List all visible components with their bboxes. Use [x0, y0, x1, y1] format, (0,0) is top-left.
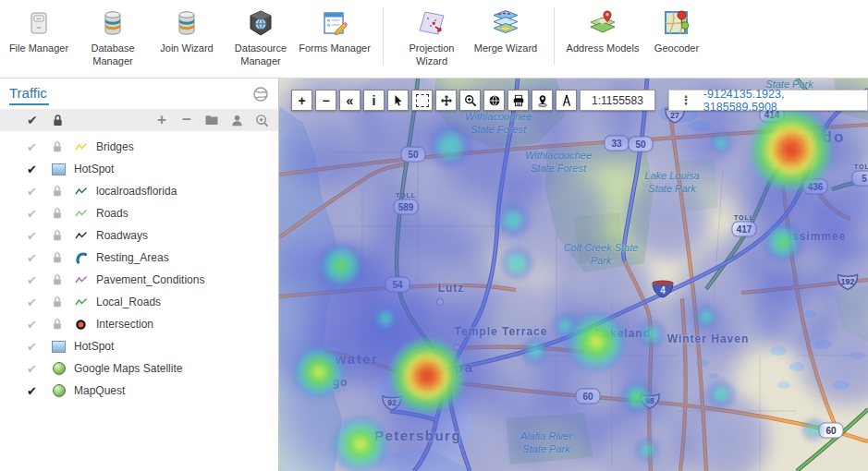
layer-label[interactable]: HotSpot	[74, 340, 114, 353]
tool-forms-manager[interactable]: Forms Manager	[298, 0, 372, 55]
line-symbol-icon	[75, 296, 88, 308]
layer-label[interactable]: Pavement_Conditions	[96, 273, 204, 286]
map-viewport[interactable]: Withlacoochee State ForestWithlacoochee …	[279, 78, 868, 471]
layer-visibility-checkbox[interactable]: ✔	[27, 229, 42, 243]
panel-globe-icon[interactable]	[252, 86, 269, 103]
layer-visibility-checkbox[interactable]: ✔	[27, 140, 42, 154]
lock-all-icon[interactable]	[52, 114, 64, 127]
layer-row-intersection[interactable]: ✔Intersection	[0, 313, 278, 335]
layer-visibility-checkbox[interactable]: ✔	[27, 384, 42, 398]
main-toolbar: File ManagerDatabase ManagerJoin WizardD…	[0, 0, 868, 78]
layer-actions: + −	[154, 113, 278, 127]
tool-datasource-manager[interactable]: Datasource Manager	[224, 0, 298, 68]
zoom-in-button[interactable]: +	[291, 90, 312, 111]
layer-visibility-checkbox[interactable]: ✔	[27, 273, 42, 287]
map-coordinates: -9124135.1923, 3185589.5908	[703, 88, 856, 114]
layer-visibility-checkbox[interactable]: ✔	[27, 207, 42, 221]
address-models-icon	[566, 6, 640, 41]
map-tool-buttons: +−«i	[291, 90, 580, 111]
layer-lock-icon[interactable]	[52, 251, 64, 264]
map-base	[279, 78, 868, 471]
layer-lock-icon[interactable]	[52, 318, 64, 331]
layer-lock-icon[interactable]	[52, 207, 64, 220]
layer-label[interactable]: MapQuest	[74, 384, 125, 397]
layer-row-pavement-conditions[interactable]: ✔Pavement_Conditions	[0, 269, 278, 291]
remove-layer-button[interactable]: −	[179, 113, 194, 127]
layer-label[interactable]: Intersection	[96, 318, 153, 331]
layer-label[interactable]: HotSpot	[74, 163, 114, 175]
layer-row-hotspot[interactable]: ✔HotSpot	[0, 158, 278, 180]
marquee-select-button[interactable]	[411, 90, 433, 111]
basemap-globe-icon	[53, 362, 66, 375]
user-icon[interactable]	[229, 113, 244, 127]
layers-panel: Traffic ✔ + −	[0, 78, 279, 471]
panel-title-row: Traffic	[0, 78, 278, 109]
overview-globe-button[interactable]	[483, 90, 505, 111]
more-options-icon[interactable]: ⋮	[680, 93, 692, 107]
tool-address-models[interactable]: Address Models	[566, 0, 640, 55]
layer-row-local-roads[interactable]: ✔Local_Roads	[0, 291, 278, 313]
collapse-toolbar-button[interactable]: «	[339, 90, 361, 111]
tool-label: Geocoder	[640, 42, 714, 55]
measure-button[interactable]	[556, 90, 577, 111]
print-button[interactable]	[507, 90, 529, 111]
map-toolbar: +−«i 1:1155583 ⋮ -9124135.1923, 3185589.…	[291, 90, 868, 111]
zoom-out-button[interactable]: −	[315, 90, 336, 111]
layer-visibility-checkbox[interactable]: ✔	[27, 296, 42, 309]
layer-row-hotspot[interactable]: ✔HotSpot	[0, 335, 278, 357]
layer-label[interactable]: localroadsflorida	[96, 185, 177, 198]
layer-lock-icon[interactable]	[52, 140, 64, 153]
layer-visibility-checkbox[interactable]: ✔	[27, 362, 42, 376]
layer-visibility-checkbox[interactable]: ✔	[27, 185, 42, 199]
raster-layer-icon	[52, 163, 66, 175]
add-layer-button[interactable]: +	[154, 113, 169, 127]
layer-row-roads[interactable]: ✔Roads	[0, 202, 278, 224]
map-tab-traffic[interactable]: Traffic	[9, 83, 49, 105]
layer-label[interactable]: Roadways	[96, 229, 148, 242]
arc-symbol-icon	[75, 251, 88, 264]
layer-label[interactable]: Google Maps Satellite	[74, 362, 182, 375]
layer-row-localroadsflorida[interactable]: ✔localroadsflorida	[0, 180, 278, 202]
tool-geocoder[interactable]: Geocoder	[640, 0, 714, 55]
layer-visibility-checkbox[interactable]: ✔	[27, 318, 42, 332]
layer-visibility-checkbox[interactable]: ✔	[27, 251, 42, 265]
tool-label: Address Models	[566, 42, 640, 55]
zoom-box-button[interactable]	[459, 90, 481, 111]
raster-layer-icon	[52, 341, 66, 353]
layer-label[interactable]: Bridges	[96, 140, 134, 153]
tool-join-wizard[interactable]: Join Wizard	[150, 0, 224, 55]
layer-row-mapquest[interactable]: ✔MapQuest	[0, 380, 278, 402]
layer-visibility-checkbox[interactable]: ✔	[27, 163, 42, 176]
main-area: Traffic ✔ + −	[0, 78, 868, 471]
pan-tool-button[interactable]	[435, 90, 457, 111]
layer-row-resting-areas[interactable]: ✔Resting_Areas	[0, 247, 278, 269]
layer-label[interactable]: Resting_Areas	[96, 251, 169, 264]
tool-label: Database Manager	[76, 42, 150, 68]
layer-lock-icon[interactable]	[52, 296, 64, 308]
tool-projection-wizard[interactable]: Projection Wizard	[395, 0, 469, 68]
zoom-extent-icon[interactable]	[254, 113, 269, 127]
point-symbol-icon	[75, 319, 87, 331]
tool-label: Datasource Manager	[224, 42, 298, 68]
geocoder-icon	[640, 6, 714, 41]
info-tool-button[interactable]: i	[363, 90, 385, 111]
tool-database-manager[interactable]: Database Manager	[76, 0, 150, 68]
layer-list: ✔Bridges✔HotSpot✔localroadsflorida✔Roads…	[0, 131, 278, 402]
select-tool-button[interactable]	[387, 90, 409, 111]
layer-row-google-maps-satellite[interactable]: ✔Google Maps Satellite	[0, 357, 278, 380]
visibility-all-icon[interactable]: ✔	[27, 113, 38, 127]
layer-row-bridges[interactable]: ✔Bridges	[0, 136, 278, 158]
layer-lock-icon[interactable]	[52, 185, 64, 198]
layer-visibility-checkbox[interactable]: ✔	[27, 340, 42, 354]
layer-lock-icon[interactable]	[52, 273, 64, 286]
layer-row-roadways[interactable]: ✔Roadways	[0, 224, 278, 247]
geolocate-button[interactable]	[532, 90, 553, 111]
folder-icon[interactable]	[204, 113, 219, 127]
layer-label[interactable]: Roads	[96, 207, 128, 220]
tool-file-manager[interactable]: File Manager	[2, 0, 76, 55]
tool-merge-wizard[interactable]: Merge Wizard	[469, 0, 543, 55]
basemap-globe-icon	[53, 384, 66, 397]
layer-lock-icon[interactable]	[52, 229, 64, 242]
line-symbol-icon	[75, 141, 88, 152]
layer-label[interactable]: Local_Roads	[96, 296, 161, 308]
